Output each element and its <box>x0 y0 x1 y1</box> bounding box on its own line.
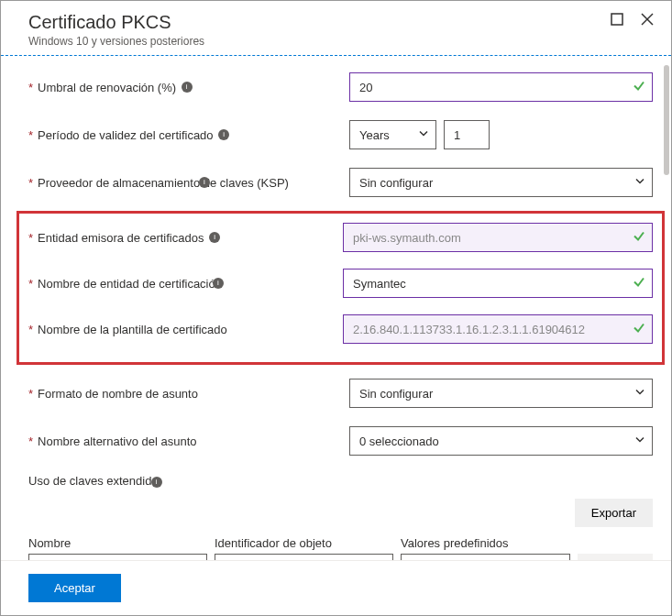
row-ksp: *Proveedor de almacenamiento de claves (… <box>28 168 653 197</box>
check-icon <box>633 322 645 337</box>
validity-unit-select[interactable]: Years <box>349 120 436 149</box>
form-content: *Umbral de renovación (%) i *Período de … <box>1 56 671 560</box>
eku-table-row: Not configured Agregar <box>28 554 653 560</box>
check-icon <box>633 230 645 246</box>
label-ksp: Proveedor de almacenamiento de claves (K… <box>38 176 289 190</box>
label-issuer: Entidad emisora de certificados <box>38 231 204 245</box>
col-header-name: Nombre <box>28 536 207 550</box>
row-subject-format: *Formato de nombre de asunto Sin configu… <box>28 379 653 408</box>
dialog-subtitle: Windows 10 y versiones posteriores <box>28 35 653 48</box>
cert-issuer-input[interactable] <box>343 223 653 252</box>
svg-rect-0 <box>611 14 622 25</box>
eku-section-label: Uso de claves extendidoi <box>28 474 653 488</box>
maximize-icon[interactable] <box>611 13 623 28</box>
label-validity: Período de validez del certificado <box>38 128 214 142</box>
validity-value-input[interactable] <box>444 120 490 149</box>
close-icon[interactable] <box>640 12 655 29</box>
row-cert-issuer: *Entidad emisora de certificados i <box>28 223 653 252</box>
export-button[interactable]: Exportar <box>575 499 653 527</box>
col-header-oid: Identificador de objeto <box>215 536 393 550</box>
cert-template-input[interactable] <box>343 314 653 344</box>
dialog-header: Certificado PKCS Windows 10 y versiones … <box>1 1 671 56</box>
row-validity-period: *Período de validez del certificado i Ye… <box>28 120 653 149</box>
highlighted-section: *Entidad emisora de certificados i *Nomb… <box>17 211 665 365</box>
check-icon <box>633 80 645 95</box>
row-alt-subject: *Nombre alternativo del asunto 0 selecci… <box>28 426 653 456</box>
label-alt-subject: Nombre alternativo del asunto <box>38 434 196 448</box>
accept-button[interactable]: Aceptar <box>28 574 121 602</box>
dialog-footer: Aceptar <box>1 560 671 615</box>
check-icon <box>633 276 645 292</box>
dialog-title: Certificado PKCS <box>28 12 653 33</box>
col-header-preset: Valores predefinidos <box>401 536 653 550</box>
label-subject-format: Formato de nombre de asunto <box>38 387 198 401</box>
label-ca-name: Nombre de entidad de certificación <box>38 277 222 291</box>
alt-subject-select[interactable]: 0 seleccionado <box>349 426 653 456</box>
info-icon[interactable]: i <box>182 82 193 93</box>
info-icon[interactable]: i <box>199 177 210 188</box>
info-icon[interactable]: i <box>209 232 220 243</box>
scrollbar-thumb[interactable] <box>664 65 669 175</box>
add-button[interactable]: Agregar <box>578 554 653 560</box>
eku-preset-select[interactable]: Not configured <box>401 554 570 560</box>
row-renewal-threshold: *Umbral de renovación (%) i <box>28 72 653 102</box>
label-renewal: Umbral de renovación (%) <box>38 81 176 94</box>
info-icon[interactable]: i <box>213 278 224 289</box>
row-ca-name: *Nombre de entidad de certificacióni <box>28 269 653 298</box>
row-cert-template: *Nombre de la plantilla de certificado <box>28 314 653 344</box>
eku-oid-input[interactable] <box>215 554 393 560</box>
label-template: Nombre de la plantilla de certificado <box>38 323 227 336</box>
ca-name-input[interactable] <box>343 269 653 298</box>
subject-format-select[interactable]: Sin configurar <box>349 379 653 408</box>
ksp-select[interactable]: Sin configurar <box>349 168 653 197</box>
eku-table-header: Nombre Identificador de objeto Valores p… <box>28 536 653 550</box>
eku-name-input[interactable] <box>28 554 207 560</box>
info-icon[interactable]: i <box>151 477 162 488</box>
renewal-threshold-input[interactable] <box>349 72 653 102</box>
info-icon[interactable]: i <box>218 129 229 140</box>
